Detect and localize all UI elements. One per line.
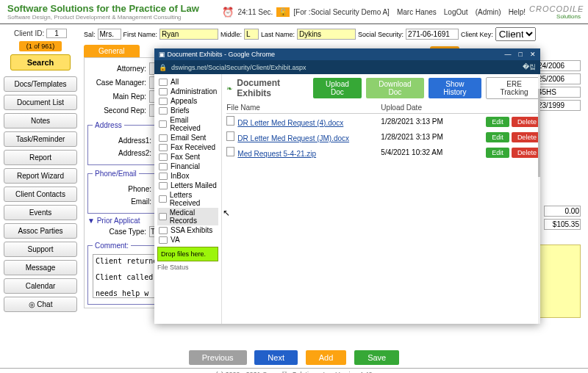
- folder-medical-records[interactable]: Medical Records: [157, 208, 218, 225]
- right-value-input[interactable]: [537, 100, 581, 111]
- folder-letters-mailed[interactable]: Letters Mailed: [157, 181, 218, 190]
- popup-title: Document Exhibits: [237, 78, 308, 98]
- save-button[interactable]: Save: [354, 350, 399, 365]
- folder-icon: [159, 144, 168, 151]
- file-link[interactable]: DR Letter Med Request (JM).docx: [237, 134, 349, 142]
- folder-email-received[interactable]: Email Received: [157, 115, 218, 133]
- previous-button[interactable]: Previous: [189, 350, 247, 365]
- sidebar-button-client-contacts[interactable]: Client Contacts: [4, 186, 77, 202]
- sidebar-button--chat[interactable]: ◎ Chat: [4, 297, 77, 312]
- middle-input[interactable]: [244, 29, 259, 40]
- file-row: Med Request 5-4-21.zip5/4/2021 10:32 AME…: [226, 145, 540, 160]
- sidebar-button-support[interactable]: Support: [4, 242, 77, 257]
- edit-button[interactable]: Edit: [486, 132, 509, 142]
- chrome-title: Document Exhibits - Google Chrome: [168, 51, 276, 58]
- folder-icon: [159, 213, 167, 220]
- edit-button[interactable]: Edit: [486, 117, 509, 127]
- show-history-button[interactable]: Show History: [429, 78, 482, 98]
- folder-email-sent[interactable]: Email Sent: [157, 133, 218, 142]
- sidebar-button-task-reminder[interactable]: Task/Reminder: [4, 131, 77, 147]
- folder-fax-sent[interactable]: Fax Sent: [157, 152, 218, 162]
- help-link[interactable]: Help!: [509, 8, 526, 16]
- file-row: DR Letter Med Request (4).docx1/28/2021 …: [226, 114, 540, 129]
- upload-doc-button[interactable]: Upload Doc: [313, 78, 362, 98]
- document-icon: [226, 131, 234, 141]
- next-button[interactable]: Next: [254, 350, 298, 365]
- file-row: DR Letter Med Request (JM).docx1/28/2021…: [226, 129, 540, 145]
- delete-button[interactable]: Delete: [512, 117, 540, 127]
- brand-subtitle: Software Design, Product Development & M…: [7, 14, 199, 21]
- timer-text: 24:11 Sec.: [237, 8, 273, 16]
- sidebar-button-assoc-parties[interactable]: Assoc Parties: [4, 223, 77, 239]
- top-bar: Software Solutions for the Practice of L…: [0, 0, 588, 24]
- folder-icon: [159, 88, 168, 95]
- salutation-input[interactable]: [98, 29, 121, 40]
- sidebar-button-notes[interactable]: Notes: [4, 113, 77, 128]
- client-key-select[interactable]: Client: [495, 27, 536, 41]
- close-icon[interactable]: ✕: [530, 51, 536, 58]
- sidebar-button-calendar[interactable]: Calendar: [4, 278, 77, 294]
- first-name-input[interactable]: [159, 29, 218, 40]
- ere-tracking-button[interactable]: ERE Tracking: [486, 77, 540, 99]
- folder-fax-received[interactable]: Fax Received: [157, 142, 218, 152]
- minimize-icon[interactable]: —: [505, 51, 512, 58]
- delete-button[interactable]: Delete: [512, 132, 540, 142]
- file-link[interactable]: DR Letter Med Request (4).docx: [237, 119, 343, 127]
- scroll-thumb[interactable]: [538, 89, 540, 177]
- left-sidebar: Client ID: (1 of 961) Search Docs/Templa…: [0, 24, 81, 347]
- right-value-input[interactable]: [537, 73, 581, 84]
- right-value-input[interactable]: [537, 60, 581, 71]
- sidebar-button-docs-templates[interactable]: Docs/Templates: [4, 76, 77, 92]
- document-exhibits-popup: ▣ Document Exhibits - Google Chrome — □ …: [154, 48, 540, 324]
- drop-zone[interactable]: Drop files here.: [157, 247, 218, 261]
- edit-button[interactable]: Edit: [486, 148, 509, 158]
- right-value-input[interactable]: [537, 87, 581, 98]
- folder-icon: [159, 195, 167, 203]
- sidebar-button-document-list[interactable]: Document List: [4, 95, 77, 110]
- folder-all[interactable]: All: [157, 77, 218, 87]
- file-date: 1/28/2021 3:13 PM: [381, 133, 484, 141]
- sidebar-button-report-wizard[interactable]: Report Wizard: [4, 168, 77, 184]
- col-filename[interactable]: File Name: [226, 104, 381, 112]
- tab-general[interactable]: General: [84, 45, 140, 57]
- folder-briefs[interactable]: Briefs: [157, 106, 218, 115]
- add-button[interactable]: Add: [306, 350, 347, 365]
- lock-icon: 🔒: [159, 64, 167, 71]
- folder-letters-received[interactable]: Letters Received: [157, 190, 218, 208]
- logout-link[interactable]: LogOut: [444, 8, 468, 16]
- folder-va[interactable]: VA: [157, 235, 218, 245]
- last-name-input[interactable]: [297, 29, 356, 40]
- sidebar-button-events[interactable]: Events: [4, 205, 77, 220]
- folder-administration[interactable]: Administration: [157, 87, 218, 96]
- file-date: 1/28/2021 3:13 PM: [381, 117, 484, 126]
- ssn-input[interactable]: [406, 29, 459, 40]
- amount2-input[interactable]: [544, 219, 581, 230]
- copy-link-icon[interactable]: �립: [523, 62, 536, 72]
- sidebar-button-message[interactable]: Message: [4, 260, 77, 275]
- folder-icon: [159, 98, 168, 105]
- file-status-label: File Status: [157, 264, 218, 271]
- folder-appeals[interactable]: Appeals: [157, 96, 218, 106]
- folder-icon: [159, 134, 168, 142]
- scrollbar[interactable]: [538, 74, 540, 324]
- file-pane: ❧ Document Exhibits Upload Doc Download …: [222, 74, 540, 324]
- lock-icon[interactable]: 🔓: [276, 7, 290, 17]
- sidebar-button-report[interactable]: Report: [4, 150, 77, 165]
- folder-pane: AllAdministrationAppealsBriefsEmail Rece…: [154, 74, 222, 324]
- admin-link[interactable]: (Admin): [476, 8, 501, 16]
- download-doc-button[interactable]: Download Doc: [366, 78, 423, 98]
- client-id-input[interactable]: [46, 29, 67, 38]
- amount1-input[interactable]: [544, 206, 581, 217]
- folder-inbox[interactable]: InBox: [157, 171, 218, 181]
- file-link[interactable]: Med Request 5-4-21.zip: [237, 150, 316, 158]
- folder-icon: [159, 120, 167, 128]
- col-uploaddate[interactable]: Upload Date: [381, 104, 484, 112]
- folder-financial[interactable]: Financial: [157, 162, 218, 171]
- window-icon: ▣: [159, 51, 165, 58]
- folder-icon: [159, 163, 168, 170]
- folder-ssa-exhibits[interactable]: SSA Exhibits: [157, 225, 218, 235]
- url-text: dswings.net/SocialSecurity/Client/Exhibi…: [171, 64, 306, 71]
- delete-button[interactable]: Delete: [512, 148, 540, 158]
- search-button[interactable]: Search: [10, 54, 71, 70]
- maximize-icon[interactable]: □: [519, 51, 523, 58]
